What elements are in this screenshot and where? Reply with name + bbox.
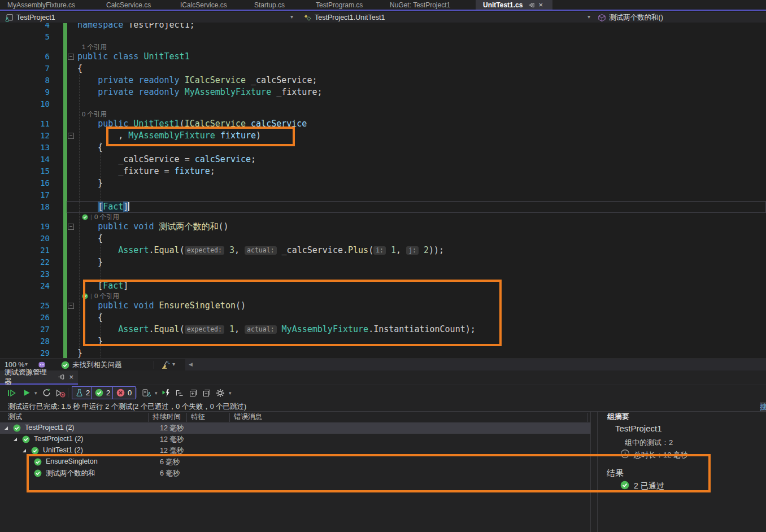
code-line-18[interactable]: 18 [Fact]	[0, 201, 766, 213]
code-line-6[interactable]: 6−public class UnitTest1	[0, 51, 766, 63]
code-line-10[interactable]: 10	[0, 98, 766, 110]
playlist-button[interactable]	[141, 385, 152, 400]
codelens-link[interactable]: |0 个引用	[82, 213, 119, 221]
code-line-22[interactable]: 22 }	[0, 256, 766, 268]
code-line-28[interactable]: 28 }	[0, 335, 766, 347]
code-line-26[interactable]: 26 {	[0, 312, 766, 324]
column-divider[interactable]	[186, 413, 187, 422]
tab-myassemblyfixture-cs[interactable]: MyAssemblyFixture.cs	[0, 0, 99, 10]
column-divider[interactable]	[587, 413, 588, 422]
chevron-down-icon[interactable]: ▾	[229, 390, 232, 396]
tab-nuget-testproject1[interactable]: NuGet: TestProject1	[382, 0, 476, 10]
filter-passed-tests-button[interactable]: 2	[91, 386, 114, 399]
member-dropdown[interactable]: 测试两个数的和()	[598, 12, 663, 23]
codelens-link[interactable]: |0 个引用	[82, 292, 119, 300]
close-icon[interactable]: ×	[538, 1, 543, 8]
scroll-left-arrow-icon[interactable]: ◀	[189, 361, 193, 367]
code-line-13[interactable]: 13 {	[0, 142, 766, 154]
codelens-link[interactable]: 1 个引用	[82, 43, 107, 51]
pin-icon[interactable]	[58, 373, 65, 381]
tab-controls: ×	[528, 1, 543, 8]
run-all-tests-button[interactable]	[6, 385, 18, 400]
test-tree-row[interactable]: TestProject1 (2)12 毫秒	[0, 422, 591, 434]
chevron-down-icon[interactable]: ▾	[155, 390, 158, 396]
column-header-test[interactable]: 测试	[8, 412, 22, 422]
code-line-20[interactable]: 20 {	[0, 233, 766, 245]
code-line-21[interactable]: 21 Assert.Equal(expected: 3, actual: _ca…	[0, 245, 766, 256]
code-line-29[interactable]: 29}	[0, 347, 766, 358]
method-cube-icon	[598, 14, 606, 22]
tab-calcservice-cs[interactable]: CalcService.cs	[99, 0, 173, 10]
test-tree-row[interactable]: UnitTest1 (2)12 毫秒	[0, 445, 591, 456]
fold-collapse-box[interactable]: −	[68, 224, 74, 230]
chevron-down-icon[interactable]: ▾	[290, 14, 293, 20]
code-line-19[interactable]: 19− public void 测试两个数的和()	[0, 221, 766, 233]
change-bar	[63, 63, 67, 75]
expander-icon[interactable]	[23, 449, 26, 452]
code-line-25[interactable]: 25− public void EnsureSingleton()	[0, 300, 766, 312]
codelens-link[interactable]: 0 个引用	[82, 110, 107, 118]
project-dropdown[interactable]: TestProject1	[5, 12, 55, 23]
expander-icon[interactable]	[5, 426, 8, 430]
chevron-down-icon[interactable]: ▾	[172, 361, 175, 367]
repeat-last-run-button[interactable]	[41, 385, 52, 400]
horizontal-scrollbar[interactable]: ◀	[185, 359, 766, 371]
tab-testprogram-cs[interactable]: TestProgram.cs	[308, 0, 382, 10]
tab-startup-cs[interactable]: Startup.cs	[247, 0, 308, 10]
code-text: public void EnsureSingleton()	[77, 300, 246, 312]
code-line-23[interactable]: 23	[0, 268, 766, 280]
tab-test-explorer[interactable]: 测试资源管理器 ×	[0, 370, 78, 385]
settings-gear-icon[interactable]	[215, 385, 226, 400]
test-name: EnsureSingleton	[46, 457, 98, 465]
chevron-down-icon[interactable]: ▾	[25, 361, 28, 367]
code-line-7[interactable]: 7{	[0, 63, 766, 75]
filter-failed-tests-button[interactable]: 0	[112, 386, 136, 399]
line-number: 12	[0, 130, 54, 142]
code-line-12[interactable]: 12− , MyAssemblyFixture fixture)	[0, 130, 766, 142]
fold-collapse-box[interactable]: −	[68, 133, 74, 139]
collapse-all-button[interactable]	[201, 385, 212, 400]
run-tests-button[interactable]	[21, 385, 32, 400]
column-header-duration[interactable]: 持续时间	[153, 412, 181, 422]
code-line-4[interactable]: 4namespace TestProject1;	[0, 23, 766, 31]
code-line-14[interactable]: 14 _calcService = calcService;	[0, 154, 766, 165]
code-line-5[interactable]: 5	[0, 31, 766, 43]
code-text: [Fact]	[77, 280, 128, 292]
cancel-run-button[interactable]	[54, 385, 67, 400]
column-header-traits[interactable]: 特征	[191, 412, 205, 422]
code-line-24[interactable]: 24 [Fact]	[0, 280, 766, 292]
code-line-27[interactable]: 27 Assert.Equal(expected: 1, actual: MyA…	[0, 324, 766, 335]
panel-divider[interactable]	[597, 411, 598, 532]
expand-all-button[interactable]	[188, 385, 199, 400]
code-line-11[interactable]: 11 public UnitTest1(ICalcService calcSer…	[0, 118, 766, 130]
column-divider[interactable]	[229, 413, 230, 422]
column-divider[interactable]	[148, 413, 149, 422]
code-line-8[interactable]: 8 private readonly ICalcService _calcSer…	[0, 75, 766, 86]
tab-unittest1-cs[interactable]: UnitTest1.cs×	[476, 0, 552, 10]
fold-collapse-box[interactable]: −	[68, 54, 74, 60]
code-line-15[interactable]: 15 _fixture = fixture;	[0, 165, 766, 177]
fold-collapse-box[interactable]: −	[68, 303, 74, 309]
pin-icon[interactable]	[528, 2, 535, 8]
group-by-button[interactable]	[174, 385, 185, 400]
line-number: 13	[0, 142, 54, 154]
code-line-16[interactable]: 16 }	[0, 177, 766, 189]
test-tree-row[interactable]: TestProject1 (2)12 毫秒	[0, 434, 591, 445]
code-text: }	[77, 177, 103, 189]
column-header-error[interactable]: 错误消息	[234, 412, 262, 422]
test-tree-row[interactable]: EnsureSingleton6 毫秒	[0, 456, 591, 468]
change-bar	[63, 51, 67, 63]
close-icon[interactable]: ×	[69, 373, 73, 381]
highlighted-token: [	[98, 202, 103, 212]
live-unit-testing-icon[interactable]	[160, 385, 172, 400]
chevron-down-icon[interactable]: ▾	[34, 390, 37, 396]
type-dropdown[interactable]: TestProject1.UnitTest1	[303, 12, 385, 23]
code-line-9[interactable]: 9 private readonly MyAssemblyFixture _fi…	[0, 86, 766, 98]
code-cleanup-broom-icon[interactable]	[160, 359, 171, 371]
test-tree-row[interactable]: 测试两个数的和6 毫秒	[0, 468, 591, 479]
expander-icon[interactable]	[14, 438, 17, 441]
tab-icalcservice-cs[interactable]: ICalcService.cs	[173, 0, 247, 10]
chevron-down-icon[interactable]: ▾	[587, 14, 590, 20]
code-editor[interactable]: 4namespace TestProject1;51 个引用6−public c…	[0, 23, 766, 358]
code-line-17[interactable]: 17	[0, 189, 766, 201]
